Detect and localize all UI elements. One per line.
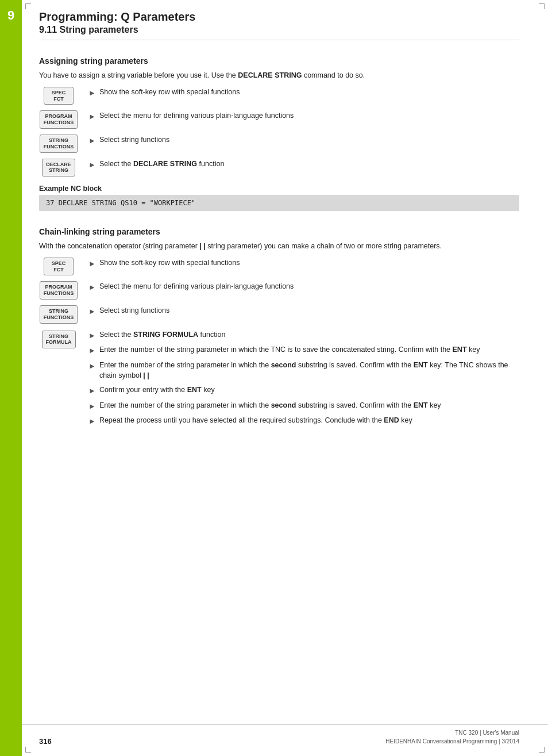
chain-arrow-4e: ► bbox=[88, 401, 96, 412]
assigning-heading: Assigning string parameters bbox=[39, 56, 519, 66]
chain-arrow-4a: ► bbox=[88, 330, 96, 341]
chain-instruction-text-2: ► Select the menu for defining various p… bbox=[88, 281, 294, 293]
btn-string-formula: STRINGFORMULA bbox=[39, 331, 78, 349]
chain-intro: With the concatenation operator (string … bbox=[39, 241, 519, 252]
btn-spec-fct-2: SPECFCT bbox=[39, 258, 78, 276]
chain-instruction-label-4a: Select the STRING FORMULA function bbox=[99, 329, 226, 340]
instruction-row-1: SPECFCT ► Show the soft-key row with spe… bbox=[39, 87, 519, 105]
chain-instruction-label-4e: Enter the number of the string parameter… bbox=[99, 400, 441, 411]
instruction-label-3: Select string functions bbox=[99, 135, 169, 145]
instruction-row-3: STRINGFUNCTIONS ► Select string function… bbox=[39, 135, 519, 153]
key-string-functions-1: STRINGFUNCTIONS bbox=[40, 135, 78, 153]
chain-instruction-text-1: ► Show the soft-key row with special fun… bbox=[88, 258, 240, 270]
chain-arrow-4b: ► bbox=[88, 345, 96, 356]
chain-instruction-label-1: Show the soft-key row with special funct… bbox=[99, 258, 240, 268]
chapter-number: 9 bbox=[7, 8, 14, 23]
chain-instruction-text-4c: ► Enter the number of the string paramet… bbox=[88, 360, 519, 382]
corner-mark-tr bbox=[539, 3, 545, 9]
instruction-text-4: ► Select the DECLARE STRING function bbox=[88, 159, 224, 171]
chain-heading: Chain-linking string parameters bbox=[39, 227, 519, 236]
footer-line1: TNC 320 | User's Manual bbox=[385, 728, 519, 737]
chain-row-2: PROGRAMFUNCTIONS ► Select the menu for d… bbox=[39, 281, 519, 300]
page-header: Programming: Q Parameters 9.11 String pa… bbox=[39, 10, 519, 40]
chain-instruction-label-4c: Enter the number of the string parameter… bbox=[99, 360, 519, 382]
section-title: 9.11 String parameters bbox=[39, 25, 519, 35]
nc-block-label: Example NC block bbox=[39, 185, 519, 193]
btn-program-functions-2: PROGRAMFUNCTIONS bbox=[39, 281, 78, 300]
footer-right: TNC 320 | User's Manual HEIDENHAIN Conve… bbox=[385, 728, 519, 746]
chain-instruction-text-3: ► Select string functions bbox=[88, 305, 169, 317]
key-program-functions-1: PROGRAMFUNCTIONS bbox=[40, 110, 78, 129]
key-program-functions-2: PROGRAMFUNCTIONS bbox=[40, 281, 78, 300]
chain-instruction-label-2: Select the menu for defining various pla… bbox=[99, 281, 294, 292]
page-footer: 316 TNC 320 | User's Manual HEIDENHAIN C… bbox=[22, 724, 548, 746]
key-string-functions-2: STRINGFUNCTIONS bbox=[40, 305, 78, 324]
arrow-1: ► bbox=[88, 87, 96, 99]
btn-string-functions-1: STRINGFUNCTIONS bbox=[39, 135, 78, 153]
chain-instruction-label-4b: Enter the number of the string parameter… bbox=[99, 344, 480, 355]
chain-instruction-block-4: ► Select the STRING FORMULA function ► E… bbox=[88, 329, 519, 431]
chain-arrow-4d: ► bbox=[88, 385, 96, 397]
chain-instruction-text-4e: ► Enter the number of the string paramet… bbox=[88, 400, 519, 412]
chain-arrow-3: ► bbox=[88, 306, 96, 317]
chain-instruction-label-4d: Confirm your entry with the ENT key bbox=[99, 385, 215, 396]
chain-arrow-4c: ► bbox=[88, 360, 96, 372]
btn-program-functions-1: PROGRAMFUNCTIONS bbox=[39, 110, 78, 129]
corner-mark-br bbox=[539, 747, 545, 753]
key-spec-fct-2: SPECFCT bbox=[44, 258, 74, 276]
footer-line2: HEIDENHAIN Conversational Programming | … bbox=[385, 737, 519, 746]
key-string-formula: STRINGFORMULA bbox=[42, 331, 76, 349]
arrow-3: ► bbox=[88, 135, 96, 147]
instruction-text-2: ► Select the menu for defining various p… bbox=[88, 110, 294, 122]
main-content: Programming: Q Parameters 9.11 String pa… bbox=[22, 0, 548, 459]
assigning-intro: You have to assign a string variable bef… bbox=[39, 70, 519, 81]
chain-row-1: SPECFCT ► Show the soft-key row with spe… bbox=[39, 258, 519, 276]
corner-mark-tl bbox=[25, 3, 31, 9]
chain-arrow-1: ► bbox=[88, 258, 96, 270]
chain-instruction-text-4d: ► Confirm your entry with the ENT key bbox=[88, 385, 519, 397]
chain-row-3: STRINGFUNCTIONS ► Select string function… bbox=[39, 305, 519, 324]
chain-row-4: STRINGFORMULA ► Select the STRING FORMUL… bbox=[39, 329, 519, 431]
assigning-intro-bold: DECLARE STRING bbox=[238, 71, 302, 79]
instruction-row-4: DECLARESTRING ► Select the DECLARE STRIN… bbox=[39, 159, 519, 177]
instruction-label-1: Show the soft-key row with special funct… bbox=[99, 87, 240, 98]
chain-instruction-text-4b: ► Enter the number of the string paramet… bbox=[88, 344, 519, 356]
section-assigning: Assigning string parameters You have to … bbox=[39, 56, 519, 211]
arrow-2: ► bbox=[88, 111, 96, 122]
instruction-label-2: Select the menu for defining various pla… bbox=[99, 110, 294, 121]
btn-spec-fct-1: SPECFCT bbox=[39, 87, 78, 105]
key-declare-string: DECLARESTRING bbox=[42, 159, 75, 177]
chain-instruction-label-3: Select string functions bbox=[99, 305, 169, 316]
chain-instruction-text-4a: ► Select the STRING FORMULA function bbox=[88, 329, 519, 341]
btn-declare-string: DECLARESTRING bbox=[39, 159, 78, 177]
instruction-text-3: ► Select string functions bbox=[88, 135, 169, 147]
nc-block-code: 37 DECLARE STRING QS10 = "WORKPIECE" bbox=[39, 195, 519, 211]
page-title: Programming: Q Parameters bbox=[39, 10, 519, 24]
page-number: 316 bbox=[39, 737, 52, 746]
key-spec-fct-1: SPECFCT bbox=[44, 87, 74, 105]
corner-mark-bl bbox=[25, 747, 31, 753]
instruction-text-1: ► Show the soft-key row with special fun… bbox=[88, 87, 240, 99]
section-chain: Chain-linking string parameters With the… bbox=[39, 227, 519, 431]
chain-instruction-label-4f: Repeat the process until you have select… bbox=[99, 415, 412, 426]
chain-arrow-2: ► bbox=[88, 282, 96, 293]
instruction-row-2: PROGRAMFUNCTIONS ► Select the menu for d… bbox=[39, 110, 519, 129]
chain-arrow-4f: ► bbox=[88, 416, 96, 427]
chapter-tab: 9 bbox=[0, 0, 22, 756]
instruction-label-4: Select the DECLARE STRING function bbox=[99, 159, 224, 170]
btn-string-functions-2: STRINGFUNCTIONS bbox=[39, 305, 78, 324]
chain-instruction-text-4f: ► Repeat the process until you have sele… bbox=[88, 415, 519, 427]
arrow-4: ► bbox=[88, 159, 96, 171]
